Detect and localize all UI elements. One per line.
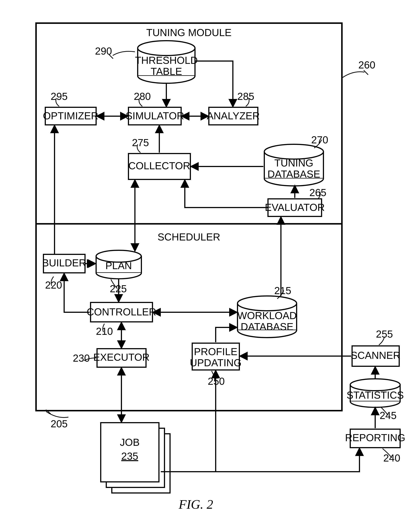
ref-275: 275 — [132, 137, 149, 148]
svg-point-29 — [350, 379, 400, 391]
analyzer-label: ANALYZER — [207, 110, 260, 122]
job-doc: JOB 235 — [101, 423, 170, 493]
optimizer-label: OPTIMIZER — [43, 110, 98, 122]
svg-text:PLAN: PLAN — [105, 260, 132, 271]
figure-caption: FIG. 2 — [179, 497, 213, 512]
svg-point-1 — [138, 41, 195, 56]
ref-285: 285 — [237, 91, 254, 102]
ref-245: 245 — [380, 410, 397, 421]
controller-label: CONTROLLER — [87, 306, 156, 318]
ref-240: 240 — [383, 452, 400, 464]
executor-label: EXECUTOR — [93, 352, 150, 363]
svg-text:DATABASE: DATABASE — [267, 168, 320, 180]
svg-text:JOB: JOB — [120, 437, 140, 448]
workload-db: WORKLOAD DATABASE — [237, 296, 297, 338]
svg-point-5 — [264, 144, 323, 159]
builder-label: BUILDER — [42, 257, 86, 269]
profile-updating-l2: UPDATING — [190, 357, 242, 369]
threshold-table-db: THRESHOLD TABLE — [135, 41, 198, 83]
statistics-db: STATISTICS — [346, 379, 404, 407]
plan-db: PLAN — [96, 250, 141, 279]
ref-295: 295 — [51, 91, 68, 102]
svg-text:TUNING: TUNING — [274, 157, 313, 169]
ref-290: 290 — [95, 45, 112, 57]
ref-215: 215 — [274, 285, 291, 296]
ref-220: 220 — [45, 279, 62, 291]
ref-280: 280 — [134, 91, 151, 102]
scanner-label: SCANNER — [351, 350, 400, 361]
tuning-module-title: TUNING MODULE — [146, 27, 231, 38]
svg-text:THRESHOLD: THRESHOLD — [135, 55, 198, 66]
scheduler-title: SCHEDULER — [157, 231, 220, 243]
reporting-label: REPORTING — [345, 432, 405, 443]
svg-text:235: 235 — [121, 450, 138, 462]
ref-265: 265 — [309, 187, 326, 198]
ref-210: 210 — [96, 326, 113, 337]
collector-label: COLLECTOR — [128, 160, 190, 171]
svg-text:WORKLOAD: WORKLOAD — [237, 310, 297, 321]
ref-260: 260 — [358, 59, 375, 71]
simulator-label: SIMULATOR — [126, 110, 184, 122]
ref-270: 270 — [311, 134, 328, 146]
svg-text:TABLE: TABLE — [151, 66, 182, 77]
svg-point-22 — [237, 296, 297, 311]
svg-text:DATABASE: DATABASE — [241, 321, 293, 332]
ref-230: 230 — [73, 352, 90, 364]
svg-text:STATISTICS: STATISTICS — [346, 390, 404, 401]
evaluator-label: EVALUATOR — [265, 202, 325, 213]
ref-205: 205 — [51, 418, 68, 429]
tuning-db: TUNING DATABASE — [264, 144, 323, 186]
profile-updating-l1: PROFILE — [194, 346, 237, 357]
